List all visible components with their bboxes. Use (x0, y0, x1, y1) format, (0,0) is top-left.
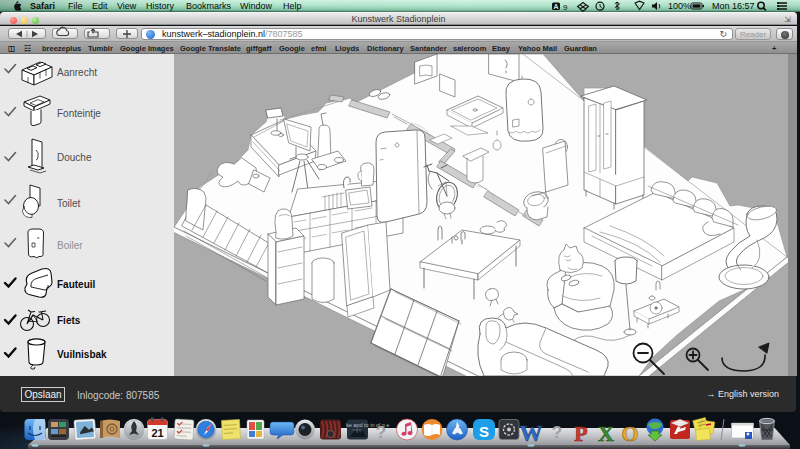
svg-text:?: ? (376, 423, 386, 442)
svg-text:X: X (598, 421, 614, 446)
svg-text:P: P (574, 421, 587, 446)
svg-text:21: 21 (151, 427, 163, 439)
svg-text:A: A (553, 3, 558, 10)
svg-text:9: 9 (563, 3, 568, 12)
svg-text:W: W (520, 421, 543, 446)
svg-text:O: O (621, 421, 638, 446)
svg-text:?: ? (552, 423, 562, 442)
svg-text:S: S (479, 423, 489, 440)
